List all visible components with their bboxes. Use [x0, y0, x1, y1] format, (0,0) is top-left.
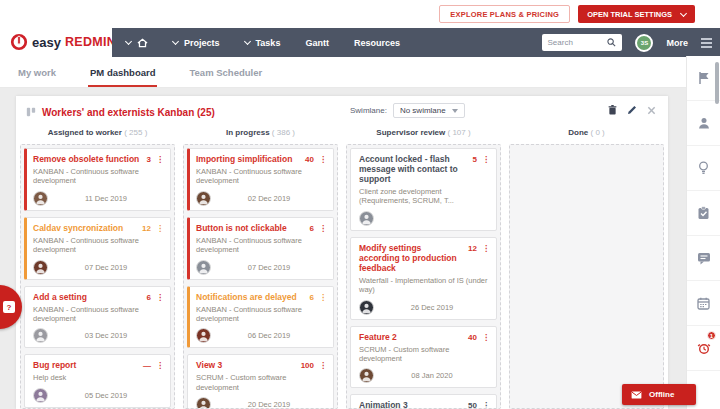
easy-redmine-logo[interactable]: easy REDMINE	[10, 33, 125, 51]
kanban-card[interactable]: Add a setting 6 ⋮ KANBAN - Continuous so…	[24, 286, 171, 349]
card-points: 3	[147, 155, 151, 164]
open-trial-settings-button[interactable]: OPEN TRIAL SETTINGS	[578, 5, 695, 23]
kanban-card[interactable]: Account locked - flash message with cont…	[350, 148, 497, 231]
card-points: 6	[147, 293, 151, 302]
nav-item-resources[interactable]: Resources	[354, 38, 400, 48]
nav-item-gantt[interactable]: Gantt	[305, 38, 329, 48]
user-avatar[interactable]: 3S	[635, 34, 653, 52]
card-title[interactable]: Account locked - flash message with cont…	[359, 154, 473, 184]
main-nav-row: easy REDMINE Projects Tasks Gantt	[0, 28, 720, 57]
explore-plans-button[interactable]: EXPLORE PLANS & PRICING	[439, 5, 570, 23]
nav-item-projects[interactable]: Projects	[173, 38, 220, 48]
card-title[interactable]: Importing simplification	[196, 154, 305, 164]
nav-item-home[interactable]	[126, 38, 148, 48]
card-points: 5	[473, 155, 477, 164]
lightbulb-icon	[697, 161, 710, 175]
card-menu-icon[interactable]: ⋮	[482, 155, 490, 164]
kanban-card[interactable]: Caldav syncronization 12 ⋮ KANBAN - Cont…	[24, 217, 171, 280]
kanban-card[interactable]: Remove obsolete function 3 ⋮ KANBAN - Co…	[24, 148, 171, 211]
hamburger-menu-icon[interactable]	[701, 38, 712, 48]
column-header: Done ( 0 )	[509, 128, 664, 144]
card-menu-icon[interactable]: ⋮	[156, 293, 164, 302]
swimlane-select[interactable]: No swimlane	[393, 103, 465, 118]
search-icon[interactable]	[607, 38, 616, 47]
column-header: Assigned to worker ( 255 )	[20, 128, 175, 144]
card-title[interactable]: Modify settings according to production …	[359, 243, 468, 273]
card-title[interactable]: Animation 3	[359, 400, 468, 409]
kanban-column: Done ( 0 )	[509, 128, 664, 409]
card-points: 6	[310, 293, 314, 302]
close-widget-icon[interactable]	[647, 106, 656, 115]
card-menu-icon[interactable]: ⋮	[156, 361, 164, 370]
card-menu-icon[interactable]: ⋮	[319, 224, 327, 233]
assignee-avatar	[196, 397, 211, 409]
card-project: KANBAN - Continuous software development	[33, 305, 164, 324]
card-menu-icon[interactable]: ⋮	[482, 333, 490, 342]
card-title[interactable]: View 3	[196, 360, 301, 370]
card-project: KANBAN - Continuous software development	[196, 305, 327, 324]
card-title[interactable]: Remove obsolete function	[33, 154, 147, 164]
more-menu[interactable]: More	[666, 38, 688, 48]
card-menu-icon[interactable]: ⋮	[319, 293, 327, 302]
card-title[interactable]: Bug report	[33, 360, 143, 370]
chevron-down-icon	[243, 38, 250, 45]
card-menu-icon[interactable]: ⋮	[156, 224, 164, 233]
kanban-column: In progress ( 386 ) Importing simplifica…	[183, 128, 338, 409]
column-count: ( 386 )	[272, 128, 295, 137]
kanban-card[interactable]: Button is not clickable 6 ⋮ KANBAN - Con…	[187, 217, 334, 280]
offline-button[interactable]: Offline	[622, 384, 696, 405]
sidebar-item-reminders[interactable]: 1	[687, 326, 720, 371]
card-menu-icon[interactable]: ⋮	[482, 401, 490, 409]
column-track[interactable]	[509, 144, 664, 409]
kanban-widget-header: Workers' and externists Kanban (25) Swim…	[16, 96, 668, 128]
card-title[interactable]: Add a setting	[33, 292, 147, 302]
kanban-card[interactable]: Importing simplification 40 ⋮ KANBAN - C…	[187, 148, 334, 211]
delete-widget-icon[interactable]	[608, 105, 617, 115]
card-title[interactable]: Caldav syncronization	[33, 223, 142, 233]
kanban-card[interactable]: Feature 2 40 ⋮ SCRUM - Custom software d…	[350, 326, 497, 389]
card-title[interactable]: Notifications are delayed	[196, 292, 310, 302]
tab-team-scheduler[interactable]: Team Scheduler	[189, 57, 262, 87]
card-due-date: 05 Dec 2019	[48, 391, 164, 400]
column-header: Supervisor review ( 107 )	[346, 128, 501, 144]
card-points: 6	[310, 224, 314, 233]
search-input[interactable]	[547, 38, 607, 47]
sidebar-item-calendar[interactable]	[687, 281, 720, 326]
sidebar-item-ideas[interactable]	[687, 146, 720, 191]
card-menu-icon[interactable]: ⋮	[319, 361, 327, 370]
card-project: Client zone development (Requirements, S…	[359, 187, 490, 206]
card-title[interactable]: Feature 2	[359, 332, 468, 342]
kanban-card[interactable]: Bug report — ⋮ Help desk 05 Dec 2019	[24, 354, 171, 407]
card-menu-icon[interactable]: ⋮	[319, 155, 327, 164]
kanban-card[interactable]: Modify settings according to production …	[350, 237, 497, 320]
sidebar-item-messages[interactable]	[687, 236, 720, 281]
card-title[interactable]: Button is not clickable	[196, 223, 310, 233]
card-due-date: 26 Dec 2019	[374, 303, 490, 312]
comment-icon	[697, 252, 711, 265]
logo-text-easy: easy	[32, 35, 61, 50]
nav-item-tasks[interactable]: Tasks	[245, 38, 281, 48]
kanban-column: Supervisor review ( 107 ) Account locked…	[346, 128, 501, 409]
tab-pm-dashboard[interactable]: PM dashboard	[90, 57, 155, 87]
chevron-down-icon	[172, 38, 179, 45]
card-points: —	[143, 361, 151, 370]
assignee-avatar	[196, 191, 211, 206]
tab-my-work[interactable]: My work	[18, 57, 56, 87]
card-project: KANBAN - Continuous software development	[33, 236, 164, 255]
sidebar-item-users[interactable]	[687, 101, 720, 146]
alarm-clock-icon	[697, 341, 711, 355]
sidebar-item-tasks[interactable]	[687, 191, 720, 236]
kanban-card[interactable]: Notifications are delayed 6 ⋮ KANBAN - C…	[187, 286, 334, 349]
edit-widget-icon[interactable]	[627, 105, 637, 115]
column-track[interactable]: Account locked - flash message with cont…	[346, 144, 501, 409]
kanban-card[interactable]: Animation 3 50 ⋮ SCRUM - Custom software…	[350, 394, 497, 409]
kanban-card[interactable]: View 3 100 ⋮ SCRUM - Custom software dev…	[187, 354, 334, 409]
column-track[interactable]: Importing simplification 40 ⋮ KANBAN - C…	[183, 144, 338, 409]
column-track[interactable]: Remove obsolete function 3 ⋮ KANBAN - Co…	[20, 144, 175, 409]
card-due-date: 07 Dec 2019	[48, 263, 164, 272]
page-scrollbar-thumb[interactable]	[715, 62, 719, 104]
card-due-date: 11 Dec 2019	[48, 194, 164, 203]
swimlane-label: Swimlane:	[350, 106, 387, 115]
card-menu-icon[interactable]: ⋮	[156, 155, 164, 164]
card-menu-icon[interactable]: ⋮	[482, 244, 490, 253]
